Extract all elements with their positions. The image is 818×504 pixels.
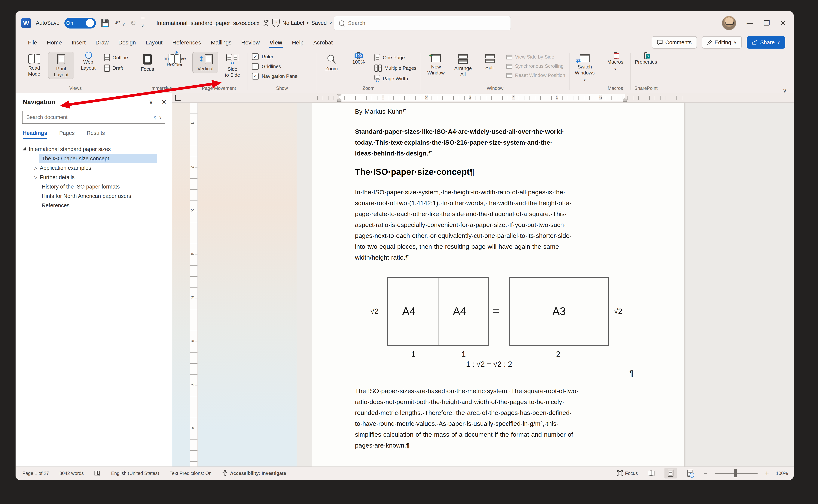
new-window-button[interactable]: + New Window — [423, 52, 449, 77]
read-mode-view-button[interactable] — [645, 468, 657, 478]
document-search-box[interactable]: ⌕ ∨ — [22, 111, 165, 124]
heading-item-selected[interactable]: The ISO paper size concept — [16, 154, 172, 163]
vertical-button[interactable]: ↕ Vertical — [192, 52, 218, 73]
page-width-button[interactable]: ↔ Page Width — [372, 74, 419, 83]
sensitivity-shield-icon[interactable]: ? — [272, 19, 280, 27]
split-button[interactable]: Split — [477, 52, 503, 72]
side-to-side-button[interactable]: ↔ Side to Side — [219, 52, 245, 79]
page-indicator[interactable]: Page 1 of 27 — [22, 471, 49, 476]
zoom-slider-thumb[interactable] — [734, 469, 737, 477]
tab-insert[interactable]: Insert — [67, 37, 90, 48]
navigation-pane-checkbox[interactable]: ✓ — [252, 73, 259, 80]
navigation-pane-close-icon[interactable]: ✕ — [161, 98, 166, 106]
expand-triangle-icon[interactable]: ▷ — [34, 166, 37, 170]
sensitivity-label[interactable]: No Label — [282, 20, 304, 26]
tab-acrobat[interactable]: Acrobat — [308, 37, 337, 48]
tab-help[interactable]: Help — [287, 37, 308, 48]
macros-button[interactable]: Macros ∨ — [602, 52, 628, 72]
multiple-pages-button[interactable]: Multiple Pages — [372, 64, 419, 72]
navigation-pane-chevron-icon[interactable]: ∨ — [149, 98, 153, 106]
tab-mailings[interactable]: Mailings — [206, 37, 236, 48]
reset-window-position-button[interactable]: Reset Window Position — [504, 72, 567, 79]
permissions-person-icon[interactable] — [263, 20, 269, 27]
synchronous-scrolling-button[interactable]: Synchronous Scrolling — [504, 62, 567, 70]
close-button[interactable]: ✕ — [780, 19, 786, 27]
language-indicator[interactable]: English (United States) — [111, 471, 159, 476]
navpane-tab-pages[interactable]: Pages — [59, 130, 75, 139]
draft-button[interactable]: Draft — [102, 64, 130, 72]
word-window: W AutoSave On 💾 ↶ ∨ ↻ ▔∨ International_s… — [16, 11, 794, 480]
web-layout-view-button[interactable] — [684, 468, 696, 478]
zoom-slider[interactable] — [715, 473, 758, 474]
gridlines-checkbox[interactable] — [252, 63, 259, 70]
properties-button[interactable]: S Properties — [633, 52, 659, 66]
navpane-tab-headings[interactable]: Headings — [23, 130, 47, 139]
zoom-out-button[interactable]: − — [704, 469, 707, 477]
zoom-button[interactable]: Zoom — [318, 52, 344, 73]
undo-icon[interactable]: ↶ ∨ — [114, 20, 125, 27]
heading-item[interactable]: ▷ Further details — [16, 173, 172, 182]
focus-mode-button[interactable]: Focus — [617, 470, 638, 476]
horizontal-ruler[interactable]: 1 2 3 4 5 6 — [172, 93, 794, 103]
read-mode-button[interactable]: Read Mode — [21, 52, 47, 78]
ruler-checkbox[interactable]: ✓ — [252, 53, 259, 60]
heading-item-root[interactable]: International standard paper sizes — [16, 144, 172, 154]
tab-home[interactable]: Home — [42, 37, 67, 48]
navpane-tab-results[interactable]: Results — [87, 130, 105, 139]
expand-triangle-icon[interactable]: ▷ — [34, 175, 37, 180]
comments-button[interactable]: Comments — [652, 36, 697, 49]
share-button[interactable]: Share ∨ — [747, 36, 785, 49]
arrange-all-button[interactable]: Arrange All — [450, 52, 476, 78]
proofing-errors-icon[interactable] — [94, 470, 101, 476]
tab-layout[interactable]: Layout — [141, 37, 167, 48]
print-layout-view-button[interactable] — [665, 468, 677, 478]
heading-item[interactable]: References — [16, 201, 172, 210]
autosave-toggle[interactable]: On — [64, 18, 96, 29]
tab-references[interactable]: References — [167, 37, 206, 48]
zoom-percentage[interactable]: 100% — [776, 471, 788, 476]
customize-quick-access-icon[interactable]: ▔∨ — [141, 18, 144, 28]
search-bar[interactable] — [334, 16, 511, 30]
editing-button[interactable]: Editing ∨ — [702, 36, 742, 49]
accessibility-status[interactable]: Accessibility: Investigate — [222, 470, 286, 476]
search-input[interactable] — [347, 20, 506, 26]
zoom-100-button[interactable]: 100 100% — [345, 52, 371, 66]
heading-item[interactable]: ▷ Application examples — [16, 163, 172, 173]
heading-item[interactable]: Hints for North American paper users — [16, 191, 172, 201]
heading-item[interactable]: History of the ISO paper formats — [16, 182, 172, 191]
save-icon[interactable]: 💾 — [101, 20, 110, 27]
text-predictions[interactable]: Text Predictions: On — [170, 471, 212, 476]
document-page[interactable]: By·Markus·Kuhn¶ Standard·paper·sizes·lik… — [312, 103, 684, 466]
vertical-ruler[interactable]: 1 2 3 4 5 6 7 8 — [190, 103, 198, 466]
avatar[interactable] — [722, 16, 736, 30]
outline-button[interactable]: Outline — [102, 53, 130, 62]
word-logo-icon[interactable]: W — [21, 18, 31, 28]
zoom-in-button[interactable]: + — [765, 469, 769, 477]
minimize-button[interactable]: — — [746, 19, 753, 27]
web-layout-button[interactable]: Web Layout — [75, 52, 101, 72]
ruler-checkbox-row[interactable]: ✓ Ruler — [250, 52, 314, 61]
gridlines-checkbox-row[interactable]: Gridlines — [250, 62, 314, 71]
document-search-input[interactable] — [26, 114, 151, 120]
collapse-ribbon-icon[interactable]: ∨ — [783, 87, 787, 94]
tab-review[interactable]: Review — [236, 37, 264, 48]
view-side-by-side-button[interactable]: View Side by Side — [504, 53, 567, 61]
one-page-button[interactable]: One Page — [372, 53, 419, 62]
switch-windows-button[interactable]: ⇄ Switch Windows ∨ — [572, 52, 598, 83]
word-count[interactable]: 8042 words — [59, 471, 84, 476]
immersive-reader-button[interactable]: 🕩 Immersive Reader — [161, 52, 188, 69]
navigation-pane-title: Navigation — [23, 98, 141, 106]
document-title[interactable]: International_standard_paper_sizes.docx — [156, 20, 259, 26]
tab-selector-icon[interactable] — [175, 95, 180, 101]
collapse-triangle-icon[interactable] — [23, 147, 26, 150]
focus-button[interactable]: Focus — [134, 52, 160, 73]
tab-file[interactable]: File — [23, 37, 42, 48]
tab-draw[interactable]: Draw — [90, 37, 113, 48]
tab-view[interactable]: View — [265, 37, 287, 48]
print-layout-button[interactable]: Print Layout — [48, 52, 74, 79]
navigation-pane-checkbox-row[interactable]: ✓ Navigation Pane — [250, 72, 314, 81]
restore-button[interactable]: ❐ — [764, 19, 770, 27]
redo-icon[interactable]: ↻ — [130, 20, 136, 27]
save-status[interactable]: Saved — [311, 20, 327, 26]
tab-design[interactable]: Design — [113, 37, 141, 48]
